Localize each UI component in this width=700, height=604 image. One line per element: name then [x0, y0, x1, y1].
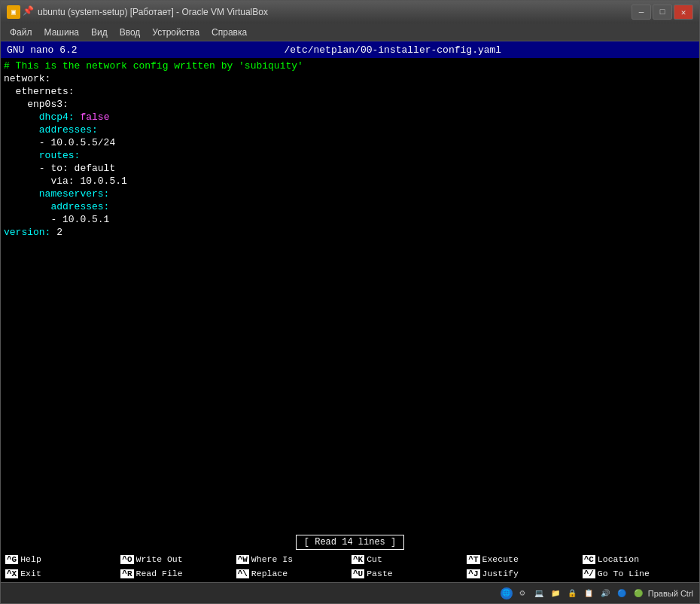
shortcut-read-file[interactable]: ^R Read File [119, 566, 234, 581]
editor-line-4: enp0s3: [4, 98, 696, 111]
editor-line-8: routes: [4, 149, 696, 162]
pin-icon: 📌 [23, 5, 33, 16]
shortcut-go-to-line[interactable]: ^/ Go To Line [581, 566, 696, 581]
menu-file[interactable]: Файл [4, 26, 38, 39]
shortcut-bar: ^G Help ^O Write Out ^W Where Is ^K Cut … [1, 551, 699, 582]
editor-area[interactable]: # This is the network config written by … [1, 58, 699, 534]
editor-line-10: via: 10.0.5.1 [4, 175, 696, 188]
title-bar-icons: ▣ 📌 [7, 5, 33, 19]
tray-icon-2[interactable]: ⚙ [516, 587, 529, 600]
shortcut-replace[interactable]: ^\ Replace [235, 566, 350, 581]
title-bar: ▣ 📌 ubuntu (system-setup) [Работает] - O… [1, 1, 699, 23]
menu-help[interactable]: Справка [205, 26, 253, 39]
tray-icon-6[interactable]: 📋 [582, 587, 595, 600]
close-button[interactable]: ✕ [674, 5, 693, 20]
tray-icon-4[interactable]: 📁 [549, 587, 562, 600]
notification-box: [ Read 14 lines ] [296, 535, 404, 550]
nano-status-bar: GNU nano 6.2 /etc/netplan/00-installer-c… [1, 41, 699, 58]
menu-machine[interactable]: Машина [38, 26, 85, 39]
vbox-icon: ▣ [7, 5, 20, 19]
editor-line-11: nameservers: [4, 188, 696, 200]
editor-line-12: addresses: [4, 200, 696, 213]
shortcut-location[interactable]: ^C Location [581, 552, 696, 566]
shortcut-write-out[interactable]: ^O Write Out [119, 552, 234, 566]
editor-line-6: addresses: [4, 124, 696, 136]
maximize-button[interactable]: □ [653, 5, 672, 20]
shortcut-help[interactable]: ^G Help [4, 552, 119, 566]
title-bar-left: ▣ 📌 ubuntu (system-setup) [Работает] - O… [7, 5, 268, 19]
nano-filename: /etc/netplan/00-installer-config.yaml [93, 44, 693, 56]
shortcut-where-is[interactable]: ^W Where Is [235, 552, 350, 566]
menu-bar: Файл Машина Вид Ввод Устройства Справка [1, 23, 699, 41]
tray-icon-5[interactable]: 🔒 [565, 587, 579, 600]
tray-icon-3[interactable]: 💻 [532, 587, 546, 600]
nano-version: GNU nano 6.2 [7, 44, 78, 56]
taskbar-ctrl-label: Правый Ctrl [648, 589, 693, 598]
menu-input[interactable]: Ввод [114, 26, 147, 39]
title-bar-controls: — □ ✕ [632, 5, 693, 20]
tray-icon-7[interactable]: 🔊 [598, 587, 612, 600]
menu-view[interactable]: Вид [85, 26, 114, 39]
shortcut-cut[interactable]: ^K Cut [350, 552, 465, 566]
editor-line-7: - 10.0.5.5/24 [4, 136, 696, 149]
editor-line-3: ethernets: [4, 85, 696, 98]
editor-line-14: version: 2 [4, 226, 696, 239]
window-title: ubuntu (system-setup) [Работает] - Oracl… [38, 7, 268, 17]
shortcut-justify[interactable]: ^J Justify [465, 566, 580, 581]
tray-icon-1[interactable]: 🌐 [501, 587, 513, 599]
editor-line-2: network: [4, 72, 696, 85]
shortcut-grid: ^G Help ^O Write Out ^W Where Is ^K Cut … [1, 551, 699, 582]
minimize-button[interactable]: — [632, 5, 651, 20]
editor-line-5: dhcp4: false [4, 111, 696, 124]
tray-icon-8[interactable]: 🔵 [615, 587, 628, 600]
editor-line-13: - 10.0.5.1 [4, 213, 696, 226]
editor-line-1: # This is the network config written by … [4, 59, 696, 72]
editor-line-9: - to: default [4, 162, 696, 175]
shortcut-exit[interactable]: ^X Exit [4, 566, 119, 581]
tray-icon-9[interactable]: 🟢 [632, 587, 645, 600]
shortcut-execute[interactable]: ^T Execute [465, 552, 580, 566]
notification-bar: [ Read 14 lines ] [1, 534, 699, 551]
shortcut-paste[interactable]: ^U Paste [350, 566, 465, 581]
virtualbox-window: ▣ 📌 ubuntu (system-setup) [Работает] - O… [0, 0, 700, 604]
menu-devices[interactable]: Устройства [146, 26, 205, 39]
taskbar: 🌐 ⚙ 💻 📁 🔒 📋 🔊 🔵 🟢 Правый Ctrl [1, 582, 699, 603]
